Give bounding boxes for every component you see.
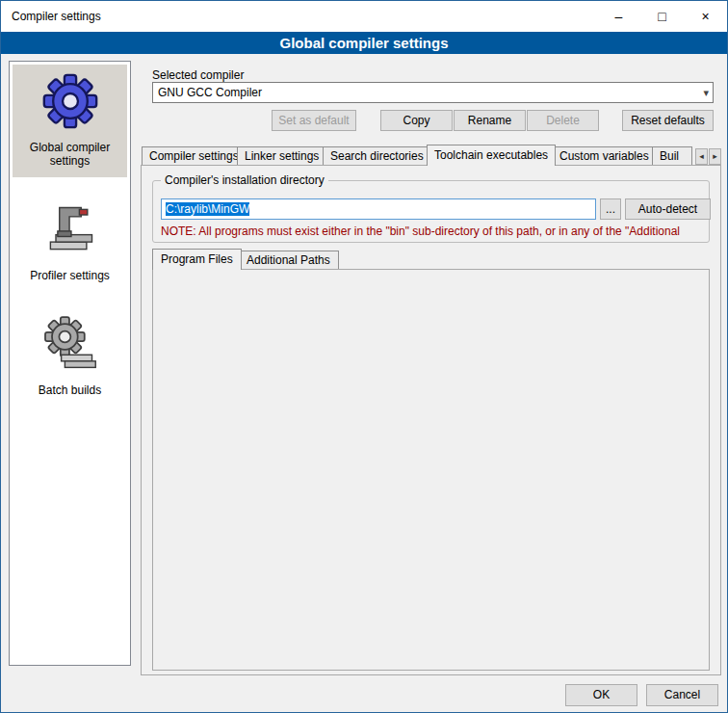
cancel-button[interactable]: Cancel — [646, 684, 718, 706]
subtab-additional-paths[interactable]: Additional Paths — [238, 251, 339, 270]
ok-button[interactable]: OK — [565, 684, 637, 706]
tab-build-options[interactable]: Buil — [652, 146, 692, 166]
delete-button[interactable]: Delete — [527, 110, 599, 131]
rename-button[interactable]: Rename — [454, 110, 526, 131]
compiler-settings-dialog: Compiler settings – □ × Global compiler … — [0, 0, 728, 713]
sidebar-item-label: Batch builds — [39, 383, 101, 397]
sidebar-item-global-compiler-settings[interactable]: Global compiler settings — [13, 65, 127, 177]
tab-linker-settings[interactable]: Linker settings — [237, 146, 326, 166]
sidebar-item-batch-builds[interactable]: Batch builds — [13, 307, 127, 407]
set-as-default-button[interactable]: Set as default — [272, 110, 356, 131]
tab-search-directories[interactable]: Search directories — [323, 146, 431, 166]
sidebar-item-label: Profiler settings — [30, 269, 110, 282]
close-icon[interactable]: × — [684, 2, 727, 32]
installation-directory-input[interactable]: C:\raylib\MinGW — [161, 198, 596, 220]
gear-blue-icon — [41, 72, 99, 133]
tab-custom-variables[interactable]: Custom variables — [552, 146, 657, 166]
titlebar: Compiler settings – □ × — [1, 1, 727, 32]
sidebar-item-profiler-settings[interactable]: Profiler settings — [13, 193, 127, 292]
selected-compiler-value: GNU GCC Compiler — [158, 86, 262, 99]
tab-scroll-right-icon[interactable]: ▸ — [709, 148, 721, 165]
reset-defaults-button[interactable]: Reset defaults — [622, 110, 714, 131]
installation-directory-group-title: Compiler's installation directory — [161, 173, 328, 187]
maximize-icon[interactable]: □ — [640, 2, 684, 32]
tab-compiler-settings[interactable]: Compiler settings — [142, 146, 247, 166]
chevron-down-icon: ▾ — [703, 83, 709, 102]
page-title: Global compiler settings — [1, 32, 727, 54]
copy-button[interactable]: Copy — [380, 110, 453, 131]
sidebar-item-label: Global compiler settings — [14, 141, 125, 168]
minimize-icon[interactable]: – — [597, 2, 640, 32]
window-title: Compiler settings — [1, 10, 597, 23]
gear-gray-icon — [41, 315, 99, 376]
selected-compiler-dropdown[interactable]: GNU GCC Compiler ▾ — [152, 82, 714, 103]
tab-toolchain-executables[interactable]: Toolchain executables — [427, 145, 556, 166]
auto-detect-button[interactable]: Auto-detect — [625, 198, 711, 220]
tab-scroll-left-icon[interactable]: ◂ — [695, 148, 708, 165]
profiler-tool-icon — [41, 200, 99, 261]
browse-directory-button[interactable]: ... — [600, 198, 621, 220]
installation-directory-value: C:\raylib\MinGW — [166, 202, 249, 216]
program-files-panel — [152, 269, 710, 671]
note-text: NOTE: All programs must exist either in … — [161, 224, 710, 238]
subtab-program-files[interactable]: Program Files — [152, 249, 242, 270]
sidebar: Global compiler settings Profiler settin… — [9, 61, 131, 666]
